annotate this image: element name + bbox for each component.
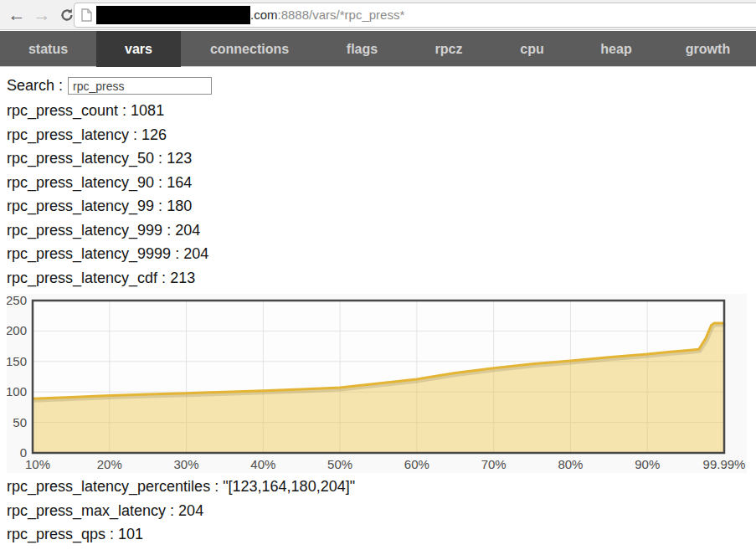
x-tick-label: 20% <box>97 457 122 471</box>
var-list-below: rpc_press_latency_percentiles : "[123,16… <box>7 475 756 547</box>
separator: : <box>118 102 131 119</box>
search-input[interactable] <box>68 77 212 95</box>
var-name: rpc_press_max_latency <box>7 502 166 519</box>
var-value: 126 <box>141 126 167 143</box>
page-icon <box>81 8 92 25</box>
x-tick-label: 50% <box>327 457 352 471</box>
separator: : <box>157 270 170 286</box>
var-row-latency-50: rpc_press_latency_50 : 123 <box>7 146 756 171</box>
back-icon[interactable]: ← <box>5 3 28 27</box>
separator: : <box>154 198 167 214</box>
tab-growth[interactable]: growth <box>660 31 756 67</box>
var-name: rpc_press_qps <box>7 526 105 542</box>
forward-icon[interactable]: → <box>30 3 54 27</box>
var-name: rpc_press_latency_9999 <box>7 245 171 262</box>
var-name: rpc_press_latency_percentiles <box>7 478 210 495</box>
var-row-qps: rpc_press_qps : 101 <box>7 522 756 547</box>
separator: : <box>171 245 183 262</box>
y-tick-label: 200 <box>7 323 27 337</box>
url-redaction-box <box>96 6 250 24</box>
x-tick-label: 30% <box>174 457 199 471</box>
var-value: 204 <box>178 502 203 519</box>
var-row-count: rpc_press_count : 1081 <box>7 99 756 123</box>
tab-status[interactable]: status <box>0 31 96 67</box>
var-value: 213 <box>170 270 195 286</box>
y-tick-label: 150 <box>7 354 27 368</box>
tab-vars[interactable]: vars <box>96 31 181 67</box>
var-name: rpc_press_latency_99 <box>7 198 154 214</box>
var-row-latency: rpc_press_latency : 126 <box>7 123 756 147</box>
separator: : <box>129 126 141 143</box>
var-row-percentiles: rpc_press_latency_percentiles : "[123,16… <box>7 475 756 499</box>
separator: : <box>166 502 178 519</box>
tab-bar: status vars connections flags rpcz cpu h… <box>0 31 756 67</box>
tab-rpcz[interactable]: rpcz <box>406 31 491 67</box>
search-label: Search : <box>7 77 63 95</box>
separator: : <box>154 150 167 167</box>
var-value: 101 <box>118 526 143 542</box>
address-bar[interactable]: .com:8888/vars/*rpc_press* <box>74 3 756 28</box>
var-row-latency-cdf: rpc_press_latency_cdf : 213 <box>7 266 756 290</box>
var-name: rpc_press_latency_50 <box>7 150 154 167</box>
x-tick-label: 40% <box>250 457 275 471</box>
y-tick-label: 100 <box>7 384 27 398</box>
x-tick-label: 80% <box>558 457 583 471</box>
var-value: 164 <box>167 174 192 191</box>
x-tick-label: 90% <box>635 457 660 471</box>
var-name: rpc_press_latency_90 <box>7 174 154 191</box>
y-tick-label: 50 <box>13 415 27 429</box>
tab-cpu[interactable]: cpu <box>491 31 573 67</box>
tab-flags[interactable]: flags <box>318 31 406 67</box>
var-value: 180 <box>167 198 192 214</box>
var-value: 204 <box>183 245 208 262</box>
var-name: rpc_press_latency <box>7 126 129 143</box>
vars-page: Search : rpc_press_count : 1081 rpc_pres… <box>0 77 756 547</box>
separator: : <box>154 174 167 191</box>
url-path: :8888/vars/*rpc_press* <box>278 8 405 22</box>
x-tick-label: 60% <box>404 457 429 471</box>
separator: : <box>210 478 223 495</box>
var-row-latency-90: rpc_press_latency_90 : 164 <box>7 171 756 195</box>
tab-connections[interactable]: connections <box>181 31 318 67</box>
search-row: Search : <box>7 77 756 95</box>
var-row-latency-99: rpc_press_latency_99 : 180 <box>7 194 756 218</box>
var-name: rpc_press_latency_cdf <box>7 270 157 286</box>
var-value: 123 <box>167 150 192 167</box>
y-tick-label: 250 <box>7 294 27 307</box>
var-list: rpc_press_count : 1081 rpc_press_latency… <box>7 99 756 290</box>
var-row-max-latency: rpc_press_max_latency : 204 <box>7 499 756 523</box>
x-tick-label: 10% <box>25 457 50 471</box>
var-value: "[123,164,180,204]" <box>223 478 355 495</box>
tab-heap[interactable]: heap <box>573 31 660 67</box>
url-text: .com:8888/vars/*rpc_press* <box>250 3 404 27</box>
var-name: rpc_press_latency_999 <box>7 222 162 239</box>
latency-cdf-chart: 05010015020025010%20%30%40%50%60%70%80%9… <box>7 294 747 473</box>
browser-toolbar: ← → .com:8888/vars/*rpc_press* <box>0 0 756 30</box>
x-tick-label: 70% <box>481 457 507 471</box>
separator: : <box>162 222 175 239</box>
latency-cdf-plot: 05010015020025010%20%30%40%50%60%70%80%9… <box>7 294 747 473</box>
x-tick-label: 99.99% <box>703 457 746 471</box>
var-name: rpc_press_count <box>7 102 118 119</box>
separator: : <box>105 526 118 542</box>
var-value: 204 <box>175 222 200 239</box>
var-row-latency-9999: rpc_press_latency_9999 : 204 <box>7 242 756 266</box>
var-row-latency-999: rpc_press_latency_999 : 204 <box>7 218 756 243</box>
var-value: 1081 <box>131 102 164 119</box>
url-domain: .com <box>250 8 278 22</box>
